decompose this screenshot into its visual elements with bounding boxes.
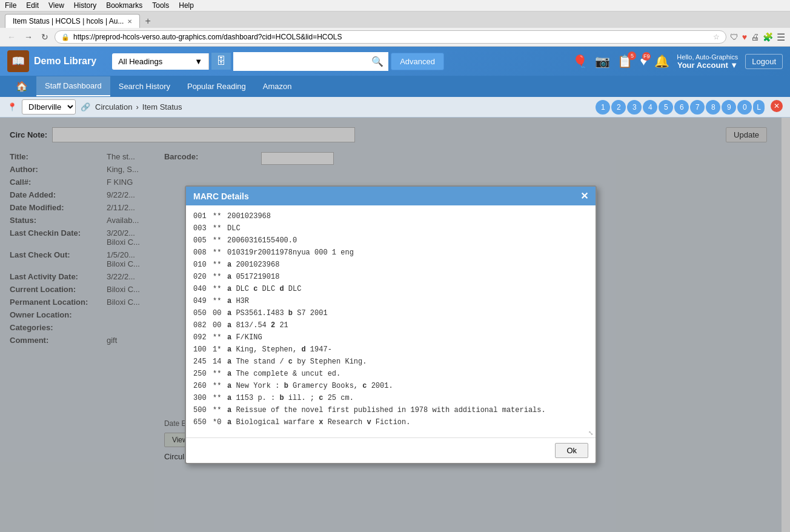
search-input[interactable]	[233, 53, 367, 70]
marc-row: 020**a 0517219018	[193, 271, 588, 283]
user-account: Your Account ▼	[677, 61, 738, 70]
marc-row: 005**20060316155400.0	[193, 234, 588, 247]
search-button[interactable]: 🔍	[367, 52, 388, 71]
scrollbar[interactable]	[782, 118, 790, 532]
url-input[interactable]	[73, 33, 709, 41]
logo-icon: 📖	[7, 50, 29, 72]
nav-search-history[interactable]: Search History	[110, 77, 179, 96]
marc-data: a New York : b Gramercy Books, c 2001.	[227, 381, 588, 391]
nav-staff-dashboard[interactable]: Staff Dashboard	[36, 76, 110, 96]
marc-ind: 14	[213, 356, 227, 367]
marc-ind: *0	[213, 417, 227, 428]
main-content: Circ Note: Title: The st... Author: King…	[0, 118, 782, 532]
page-btn-L[interactable]: L	[753, 100, 765, 115]
bookmark-icon[interactable]: ☆	[713, 33, 720, 41]
library-name: Demo Library	[34, 56, 96, 67]
close-location-button[interactable]: ✕	[771, 100, 783, 112]
balloon-icon[interactable]: 🎈	[573, 54, 588, 68]
menu-edit[interactable]: Edit	[26, 1, 39, 10]
address-bar[interactable]: 🔒 ☆	[55, 30, 726, 44]
page-btn-2[interactable]: 2	[611, 100, 626, 115]
logout-button[interactable]: Logout	[745, 54, 783, 69]
browser-tab[interactable]: Item Status | HCOLS | hcols | Au... ✕	[5, 14, 140, 28]
back-button[interactable]: ←	[5, 31, 18, 43]
menu-file[interactable]: File	[5, 1, 16, 10]
marc-ind: **	[213, 393, 227, 404]
marc-row: 500**a Reissue of the novel first publis…	[193, 404, 588, 416]
menu-history[interactable]: History	[74, 1, 96, 10]
menu-help[interactable]: Help	[179, 1, 194, 10]
page-btn-1[interactable]: 1	[596, 100, 610, 115]
marc-tag: 250	[193, 368, 213, 379]
location-bar: 📍 DIberville 🔗 Circulation › Item Status…	[0, 97, 790, 118]
marc-ind: **	[213, 223, 227, 234]
marc-ind: **	[213, 284, 227, 294]
marc-data: a DLC c DLC d DLC	[227, 284, 588, 294]
page-btn-5[interactable]: 5	[659, 100, 673, 115]
menu-view[interactable]: View	[48, 1, 64, 10]
search-type-dropdown[interactable]: All Headings ▼	[112, 53, 209, 70]
page-btn-0[interactable]: 0	[737, 100, 752, 115]
marc-ind: **	[213, 259, 227, 270]
nav-popular-reading[interactable]: Popular Reading	[179, 77, 254, 96]
marc-dialog-title: MARC Details	[193, 191, 249, 201]
search-type-label: All Headings	[118, 57, 162, 66]
page-btn-8[interactable]: 8	[706, 100, 720, 115]
link-icon: 🔗	[81, 102, 90, 111]
marc-ind: **	[213, 368, 227, 379]
marc-ind: **	[213, 247, 227, 258]
menu-icon[interactable]: ☰	[777, 32, 785, 43]
page-btn-3[interactable]: 3	[627, 100, 642, 115]
browser-menu-bar: File Edit View History Bookmarks Tools H…	[0, 0, 790, 12]
marc-data: a H3R	[227, 296, 588, 307]
heart-topbar-icon[interactable]: ♥ F9	[640, 55, 647, 68]
list-icon[interactable]: 📋 5	[617, 54, 632, 68]
page-btn-9[interactable]: 9	[722, 100, 736, 115]
bell-icon[interactable]: 🔔	[654, 54, 669, 68]
marc-dialog-body[interactable]: 001**2001023968003**DLC005**200603161554…	[186, 205, 596, 428]
page-btn-7[interactable]: 7	[690, 100, 705, 115]
menu-tools[interactable]: Tools	[152, 1, 169, 10]
marc-row: 08200a 813/.54 2 21	[193, 319, 588, 331]
marc-ok-button[interactable]: Ok	[555, 443, 588, 458]
refresh-button[interactable]: ↻	[39, 31, 51, 43]
marc-dialog-close-button[interactable]: ✕	[580, 190, 588, 202]
new-tab-button[interactable]: +	[142, 16, 153, 27]
marc-data: a King, Stephen, d 1947-	[227, 344, 588, 355]
nav-home[interactable]: 🏠	[7, 76, 36, 97]
search-db-icon[interactable]: 🗄	[211, 53, 231, 70]
marc-data: a F/KING	[227, 332, 588, 343]
extension-icon[interactable]: 🧩	[763, 32, 773, 42]
menu-bookmarks[interactable]: Bookmarks	[106, 1, 142, 10]
marc-row: 040**a DLC c DLC d DLC	[193, 283, 588, 295]
breadcrumb-circulation[interactable]: Circulation	[95, 102, 132, 111]
advanced-button[interactable]: Advanced	[391, 53, 444, 70]
browser-tab-bar: Item Status | HCOLS | hcols | Au... ✕ +	[0, 12, 790, 28]
marc-ind: **	[213, 332, 227, 343]
content-area: Circ Note: Title: The st... Author: King…	[0, 118, 790, 532]
marc-row: 300**a 1153 p. : b ill. ; c 25 cm.	[193, 392, 588, 404]
marc-tag: 040	[193, 284, 213, 294]
forward-button[interactable]: →	[22, 31, 35, 43]
user-hello: Hello, Auto-Graphics	[677, 53, 738, 61]
user-area[interactable]: Hello, Auto-Graphics Your Account ▼	[677, 53, 738, 70]
chevron-down-icon: ▼	[730, 61, 738, 70]
marc-data: a 2001023968	[227, 259, 588, 270]
marc-data: a The complete & uncut ed.	[227, 368, 588, 379]
close-tab-icon[interactable]: ✕	[127, 18, 132, 25]
nav-amazon[interactable]: Amazon	[254, 77, 300, 96]
marc-tag: 300	[193, 393, 213, 404]
camera-icon[interactable]: 📷	[595, 54, 610, 68]
page-btn-4[interactable]: 4	[643, 100, 657, 115]
print-icon[interactable]: 🖨	[751, 32, 759, 42]
marc-data: a The stand / c by Stephen King.	[227, 356, 588, 367]
marc-data: 2001023968	[227, 211, 588, 222]
app-navbar: 🏠 Staff Dashboard Search History Popular…	[0, 76, 790, 97]
resize-handle[interactable]: ⤡	[186, 428, 596, 437]
location-select[interactable]: DIberville	[22, 99, 76, 115]
page-btn-6[interactable]: 6	[674, 100, 689, 115]
marc-data: a 813/.54 2 21	[227, 320, 588, 331]
marc-tag: 001	[193, 211, 213, 222]
heart-icon[interactable]: ♥	[742, 32, 747, 42]
breadcrumb-item-status[interactable]: Item Status	[142, 102, 182, 111]
